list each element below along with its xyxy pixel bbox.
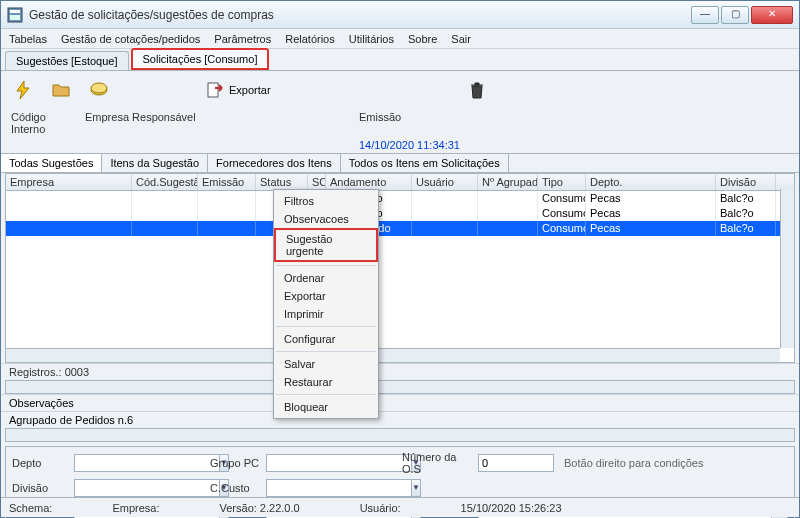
hint-condicoes: Botão direito para condições	[564, 457, 788, 469]
status-bar: Schema: Empresa: Versão: 2.22.0.0 Usuári…	[1, 497, 799, 517]
emissao-label: Emissão	[359, 111, 401, 135]
tool-coin[interactable]	[89, 80, 109, 100]
subtab-bar: Todas Sugestões Itens da Sugestão Fornec…	[1, 153, 799, 173]
ctx-sugestao-urgente[interactable]: Sugestão urgente	[274, 228, 378, 262]
ctx-ordenar[interactable]: Ordenar	[274, 269, 378, 287]
table-row[interactable]: Com PedidoConsumoPecasBalc?o	[6, 221, 794, 236]
ctx-bloquear[interactable]: Bloquear	[274, 398, 378, 416]
data-grid[interactable]: EmpresaCód.SugestãoEmissãoStatusSCAndame…	[5, 173, 795, 363]
svg-rect-2	[10, 15, 20, 20]
col-andamento[interactable]: Andamento	[326, 174, 412, 190]
col-nagrupada[interactable]: Nº Agrupada	[478, 174, 538, 190]
subtab-itens[interactable]: Itens da Sugestão	[102, 154, 208, 172]
info-values: 14/10/2020 11:34:31	[1, 137, 799, 153]
combo-depto[interactable]: ▼	[74, 454, 204, 472]
codigo-interno-label: Código Interno	[11, 111, 81, 135]
app-icon	[7, 7, 23, 23]
menu-utilitarios[interactable]: Utilitários	[349, 33, 394, 45]
lbl-grupopc: Grupo PC	[210, 457, 260, 469]
grid-vscroll[interactable]	[780, 189, 794, 348]
export-label: Exportar	[229, 84, 271, 96]
menu-tabelas[interactable]: Tabelas	[9, 33, 47, 45]
ctx-imprimir[interactable]: Imprimir	[274, 305, 378, 323]
ctx-configurar[interactable]: Configurar	[274, 330, 378, 348]
tab-bar: Sugestões [Estoque] Solicitações [Consum…	[1, 49, 799, 71]
ctx-filtros[interactable]: Filtros	[274, 192, 378, 210]
combo-ccusto[interactable]: ▼	[266, 479, 396, 497]
agrupado-label: Agrupado de Pedidos n.6	[9, 414, 133, 426]
combo-divisao[interactable]: ▼	[74, 479, 204, 497]
lbl-divisao: Divisão	[12, 482, 68, 494]
menu-sair[interactable]: Sair	[451, 33, 471, 45]
table-row[interactable]: CanceladoConsumoPecasBalc?o	[6, 206, 794, 221]
observacoes-row: Observações	[1, 394, 799, 411]
menu-bar: Tabelas Gestão de cotações/pedidos Parâm…	[1, 29, 799, 49]
combo-grupopc[interactable]: ▼	[266, 454, 396, 472]
svg-point-5	[91, 83, 107, 93]
titlebar: Gestão de solicitações/sugestões de comp…	[1, 1, 799, 29]
svg-marker-3	[17, 81, 29, 99]
ctx-salvar[interactable]: Salvar	[274, 355, 378, 373]
tool-export[interactable]: Exportar	[205, 80, 271, 100]
status-usuario: Usuário:	[360, 502, 401, 514]
subtab-todas[interactable]: Todas Sugestões	[1, 154, 102, 172]
table-row[interactable]: CanceladoConsumoPecasBalc?o	[6, 191, 794, 206]
app-window: Gestão de solicitações/sugestões de comp…	[0, 0, 800, 518]
menu-gestao[interactable]: Gestão de cotações/pedidos	[61, 33, 200, 45]
col-usurio[interactable]: Usuário	[412, 174, 478, 190]
agrupado-row: Agrupado de Pedidos n.6	[1, 411, 799, 428]
lbl-ccusto: C.Custo	[210, 482, 260, 494]
svg-rect-1	[10, 10, 20, 13]
observacoes-label: Observações	[9, 397, 74, 409]
grid-header: EmpresaCód.SugestãoEmissãoStatusSCAndame…	[6, 174, 794, 191]
subtab-todositens[interactable]: Todos os Itens em Solicitações	[341, 154, 509, 172]
ctx-exportar[interactable]: Exportar	[274, 287, 378, 305]
grid-body: CanceladoConsumoPecasBalc?oCanceladoCons…	[6, 191, 794, 236]
tool-trash[interactable]	[467, 80, 487, 100]
toolbar: Exportar	[1, 71, 799, 109]
col-diviso[interactable]: Divisão	[716, 174, 776, 190]
menu-sobre[interactable]: Sobre	[408, 33, 437, 45]
max-button[interactable]: ▢	[721, 6, 749, 24]
col-empresa[interactable]: Empresa	[6, 174, 132, 190]
tab-solicitacoes-consumo[interactable]: Solicitações [Consumo]	[131, 48, 270, 70]
col-tipo[interactable]: Tipo	[538, 174, 586, 190]
tool-folder[interactable]	[51, 80, 71, 100]
status-schema: Schema:	[9, 502, 52, 514]
info-labels: Código Interno Empresa Responsável Emiss…	[1, 109, 799, 137]
lbl-depto: Depto	[12, 457, 68, 469]
close-button[interactable]: ✕	[751, 6, 793, 24]
registros-scroll[interactable]	[5, 380, 795, 394]
window-title: Gestão de solicitações/sugestões de comp…	[29, 8, 691, 22]
menu-relatorios[interactable]: Relatórios	[285, 33, 335, 45]
svg-rect-6	[208, 83, 218, 97]
col-depto[interactable]: Depto.	[586, 174, 716, 190]
emissao-value: 14/10/2020 11:34:31	[359, 139, 460, 151]
col-status[interactable]: Status	[256, 174, 308, 190]
input-numos[interactable]	[478, 454, 554, 472]
agrupado-scroll[interactable]	[5, 428, 795, 442]
chevron-down-icon[interactable]: ▼	[412, 479, 421, 497]
ctx-observacoes[interactable]: Observacoes	[274, 210, 378, 228]
ctx-restaurar[interactable]: Restaurar	[274, 373, 378, 391]
tool-bolt[interactable]	[13, 80, 33, 100]
context-menu: Filtros Observacoes Sugestão urgente Ord…	[273, 189, 379, 419]
lbl-numos: Número da O.S	[402, 451, 472, 475]
grid-hscroll[interactable]	[6, 348, 780, 362]
registros-count: Registros.: 0003	[1, 363, 799, 380]
subtab-fornecedores[interactable]: Fornecedores dos Itens	[208, 154, 341, 172]
col-sc[interactable]: SC	[308, 174, 326, 190]
col-cdsugesto[interactable]: Cód.Sugestão	[132, 174, 198, 190]
empresa-responsavel-label: Empresa Responsável	[85, 111, 355, 135]
status-time: 15/10/2020 15:26:23	[461, 502, 562, 514]
menu-parametros[interactable]: Parâmetros	[214, 33, 271, 45]
min-button[interactable]: —	[691, 6, 719, 24]
tab-sugestoes-estoque[interactable]: Sugestões [Estoque]	[5, 51, 129, 70]
col-emisso[interactable]: Emissão	[198, 174, 256, 190]
status-versao: Versão: 2.22.0.0	[220, 502, 300, 514]
status-empresa: Empresa:	[112, 502, 159, 514]
